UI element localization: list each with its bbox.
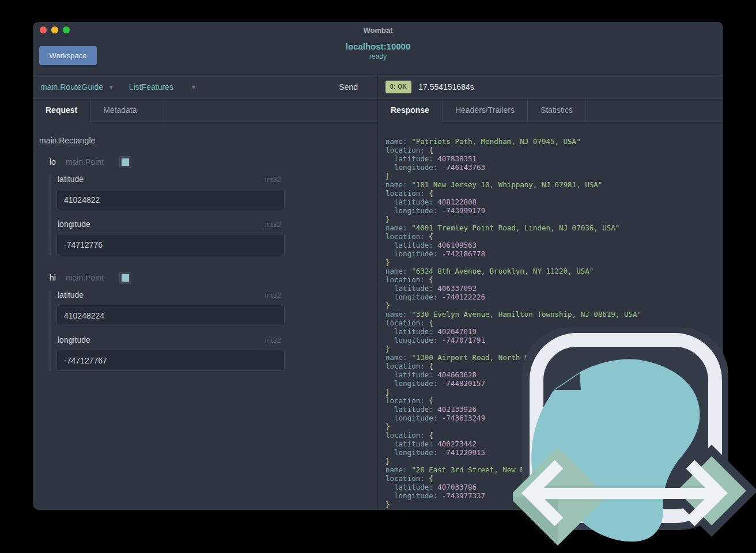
response-toolbar: 0: OK 17.554151684s <box>378 75 723 99</box>
message-type-label: main.Rectangle <box>39 136 377 145</box>
tab-statistics[interactable]: Statistics <box>528 99 586 122</box>
response-line: location: { <box>385 431 723 440</box>
response-line: longitude: -747071791 <box>385 336 723 344</box>
response-line: latitude: 404663628 <box>385 370 723 379</box>
service-select[interactable]: main.RouteGuide ▼ <box>40 82 114 92</box>
response-line: latitude: 406337092 <box>385 284 723 293</box>
field-scalar-type: int32 <box>265 175 281 184</box>
longitude-input[interactable] <box>56 234 285 255</box>
response-line: location: { <box>385 275 723 284</box>
response-line: name: "26 East 3rd Street, New Pr <box>385 465 723 474</box>
request-tabs: Request Metadata <box>33 99 377 122</box>
response-line: } <box>385 388 723 396</box>
field-group-lo: lo main.Point latitude int32 <box>50 156 377 255</box>
service-name: main.RouteGuide <box>40 82 103 92</box>
field-latitude: latitude int32 <box>56 290 282 326</box>
response-line: } <box>385 457 723 465</box>
field-name: lo <box>50 157 56 166</box>
response-line: } <box>385 344 723 353</box>
response-line: longitude: -746143763 <box>385 163 723 172</box>
field-label: longitude <box>58 335 90 344</box>
status-badge: 0: OK <box>385 81 411 93</box>
response-panel: 0: OK 17.554151684s Response Headers/Tra… <box>377 75 723 510</box>
response-line: name: "1300 Airport Road, North Br <box>385 353 723 362</box>
field-group-hi: hi main.Point latitude int32 <box>50 271 377 371</box>
response-tabs: Response Headers/Trailers Statistics <box>378 99 723 122</box>
response-line: location: { <box>385 146 723 154</box>
chevron-down-icon: ▼ <box>191 84 196 90</box>
window-title: Wombat <box>33 26 723 35</box>
field-longitude: longitude int32 <box>56 335 282 371</box>
tab-request[interactable]: Request <box>33 99 90 122</box>
request-form: main.Rectangle lo main.Point latitude in… <box>33 122 377 510</box>
checkbox[interactable] <box>119 156 131 168</box>
latitude-input[interactable] <box>56 189 285 210</box>
server-ready-label: ready <box>33 52 723 60</box>
field-scalar-type: int32 <box>265 336 281 344</box>
response-line: longitude: -741220915 <box>385 448 723 457</box>
response-line: location: { <box>385 319 723 327</box>
tab-headers-trailers[interactable]: Headers/Trailers <box>443 99 528 122</box>
field-type: main.Point <box>66 273 104 282</box>
header: Workspace localhost:10000 ready <box>33 38 723 75</box>
response-line: name: "4001 Tremley Point Road, Linden, … <box>385 224 723 232</box>
response-line: name: "101 New Jersey 10, Whippany, NJ 0… <box>385 180 723 189</box>
response-line: location: { <box>385 396 723 405</box>
response-output[interactable]: name: "Patriots Path, Mendham, NJ 07945,… <box>378 122 723 510</box>
tab-response[interactable]: Response <box>378 99 443 122</box>
field-longitude: longitude int32 <box>56 219 282 255</box>
response-line: longitude: -740122226 <box>385 293 723 301</box>
response-line: } <box>385 172 723 180</box>
field-label: latitude <box>58 175 84 184</box>
response-line: latitude: 407033786 <box>385 483 723 491</box>
title-bar: Wombat <box>33 22 723 38</box>
response-line: latitude: 408122808 <box>385 198 723 206</box>
response-line: location: { <box>385 189 723 198</box>
response-line: location: { <box>385 232 723 241</box>
field-type: main.Point <box>66 157 104 166</box>
response-line: latitude: 407838351 <box>385 154 723 163</box>
tab-metadata[interactable]: Metadata <box>90 99 165 122</box>
field-latitude: latitude int32 <box>56 175 282 210</box>
method-select[interactable]: ListFeatures ▼ <box>129 82 196 92</box>
response-line: longitude: -743999179 <box>385 206 723 215</box>
response-line: longitude: -742186778 <box>385 249 723 258</box>
field-label: longitude <box>58 219 90 229</box>
longitude-input[interactable] <box>56 350 285 371</box>
checkbox-fill <box>122 158 129 166</box>
response-line: name: "Patriots Path, Mendham, NJ 07945,… <box>385 137 723 146</box>
response-line: name: "6324 8th Avenue, Brooklyn, NY 112… <box>385 267 723 275</box>
response-line: longitude: -743613249 <box>385 414 723 422</box>
response-line: location: { <box>385 474 723 483</box>
response-line: longitude: -743977337 <box>385 491 723 500</box>
checkbox-fill <box>122 274 129 282</box>
response-line: latitude: 402133926 <box>385 405 723 414</box>
field-scalar-type: int32 <box>265 291 281 300</box>
send-button[interactable]: Send <box>339 82 358 92</box>
request-toolbar: main.RouteGuide ▼ ListFeatures ▼ Send <box>33 75 377 99</box>
response-line: latitude: 400273442 <box>385 440 723 448</box>
method-name: ListFeatures <box>129 82 173 92</box>
app-window: Wombat Workspace localhost:10000 ready m… <box>33 22 723 510</box>
chevron-down-icon: ▼ <box>108 84 114 90</box>
server-status: localhost:10000 ready <box>33 41 723 60</box>
server-address: localhost:10000 <box>33 41 723 51</box>
response-line: latitude: 406109563 <box>385 241 723 249</box>
response-line: name: "330 Evelyn Avenue, Hamilton Towns… <box>385 310 723 319</box>
field-name: hi <box>50 273 56 282</box>
response-line: } <box>385 258 723 267</box>
field-scalar-type: int32 <box>265 220 281 229</box>
response-line: longitude: -744820157 <box>385 379 723 388</box>
field-label: latitude <box>58 290 84 300</box>
response-line: } <box>385 500 723 509</box>
response-line: } <box>385 215 723 224</box>
response-line: latitude: 402647019 <box>385 327 723 336</box>
response-line: } <box>385 422 723 431</box>
response-line: location: { <box>385 362 723 370</box>
checkbox[interactable] <box>119 272 131 284</box>
call-duration: 17.554151684s <box>418 82 474 92</box>
response-line: } <box>385 301 723 310</box>
latitude-input[interactable] <box>56 305 285 326</box>
request-panel: main.RouteGuide ▼ ListFeatures ▼ Send Re… <box>33 75 377 510</box>
